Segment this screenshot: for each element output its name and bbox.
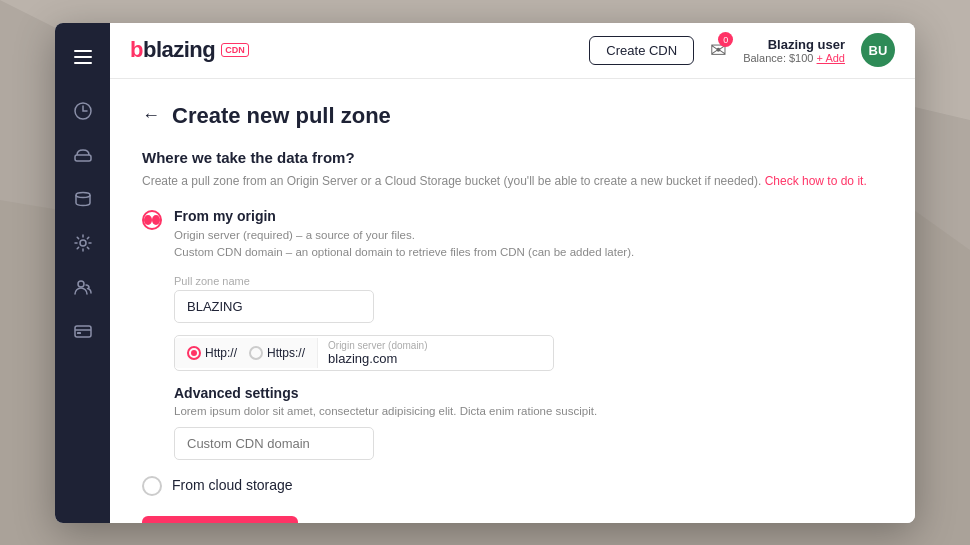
svg-rect-8 xyxy=(75,326,91,337)
sidebar-item-dashboard[interactable] xyxy=(65,93,101,129)
back-header: ← Create new pull zone xyxy=(142,103,883,129)
advanced-title: Advanced settings xyxy=(174,385,883,401)
sidebar-item-storage[interactable] xyxy=(65,181,101,217)
svg-rect-9 xyxy=(77,332,81,334)
svg-point-6 xyxy=(80,240,86,246)
logo-text: bblazing xyxy=(130,37,215,63)
from-origin-option[interactable]: From my origin Origin server (required) … xyxy=(142,208,883,262)
svg-point-7 xyxy=(78,281,84,287)
user-balance: Balance: $100 + Add xyxy=(743,52,845,64)
notification-area[interactable]: ✉ 0 xyxy=(710,38,727,62)
logo-cdn-badge: CDN xyxy=(221,43,249,57)
from-origin-radio[interactable] xyxy=(142,210,162,230)
from-cloud-radio[interactable] xyxy=(142,476,162,496)
svg-rect-1 xyxy=(74,56,92,58)
sidebar-item-cdn[interactable] xyxy=(65,137,101,173)
origin-server-input[interactable] xyxy=(328,351,543,366)
sidebar-item-menu[interactable] xyxy=(65,39,101,75)
check-how-link[interactable]: Check how to do it. xyxy=(765,174,867,188)
protocol-options: Http:// Https:// xyxy=(175,338,318,368)
create-pull-zone-button[interactable]: Create pull zone xyxy=(142,516,298,523)
logo-brand-text: blazing xyxy=(143,37,215,62)
svg-point-5 xyxy=(76,192,90,197)
content-area: ← Create new pull zone Where we take the… xyxy=(110,79,915,523)
header: bblazing CDN Create CDN ✉ 0 Blazing user… xyxy=(110,23,915,79)
pull-zone-name-group: Pull zone name xyxy=(174,275,883,323)
from-origin-title: From my origin xyxy=(174,208,883,224)
avatar[interactable]: BU xyxy=(861,33,895,67)
header-right: Create CDN ✉ 0 Blazing user Balance: $10… xyxy=(589,33,895,67)
logo-area: bblazing CDN xyxy=(130,37,249,63)
from-origin-content: From my origin Origin server (required) … xyxy=(174,208,883,262)
sidebar-item-settings[interactable] xyxy=(65,225,101,261)
origin-input-wrap: Origin server (domain) xyxy=(318,336,553,370)
origin-server-row: Http:// Https:// Origin server (domain) xyxy=(174,335,554,371)
from-origin-desc: Origin server (required) – a source of y… xyxy=(174,227,883,262)
http-radio[interactable]: Http:// xyxy=(187,346,237,360)
advanced-desc: Lorem ipsum dolor sit amet, consectetur … xyxy=(174,405,883,417)
http-radio-circle[interactable] xyxy=(187,346,201,360)
section-label: Where we take the data from? xyxy=(142,149,883,166)
user-info: Blazing user Balance: $100 + Add xyxy=(743,37,845,64)
page-title: Create new pull zone xyxy=(172,103,391,129)
https-radio-circle[interactable] xyxy=(249,346,263,360)
sidebar-item-billing[interactable] xyxy=(65,313,101,349)
custom-cdn-input[interactable] xyxy=(174,427,374,460)
back-button[interactable]: ← xyxy=(142,105,160,126)
user-name: Blazing user xyxy=(768,37,845,52)
main-area: bblazing CDN Create CDN ✉ 0 Blazing user… xyxy=(110,23,915,523)
pull-zone-label: Pull zone name xyxy=(174,275,883,287)
from-cloud-title: From cloud storage xyxy=(172,477,293,493)
add-balance-link[interactable]: + Add xyxy=(817,52,845,64)
section-desc: Create a pull zone from an Origin Server… xyxy=(142,172,883,190)
create-cdn-button[interactable]: Create CDN xyxy=(589,36,694,65)
pull-zone-input[interactable] xyxy=(174,290,374,323)
origin-label: Origin server (domain) xyxy=(328,340,543,351)
svg-rect-4 xyxy=(75,155,91,161)
advanced-settings-section: Advanced settings Lorem ipsum dolor sit … xyxy=(174,385,883,460)
sidebar xyxy=(55,23,110,523)
svg-rect-0 xyxy=(74,50,92,52)
https-radio[interactable]: Https:// xyxy=(249,346,305,360)
logo-b: b xyxy=(130,37,143,62)
notification-badge: 0 xyxy=(718,32,733,47)
from-cloud-storage-option[interactable]: From cloud storage xyxy=(142,474,883,496)
svg-rect-2 xyxy=(74,62,92,64)
radio-inner-dot xyxy=(144,215,152,225)
sidebar-item-users[interactable] xyxy=(65,269,101,305)
